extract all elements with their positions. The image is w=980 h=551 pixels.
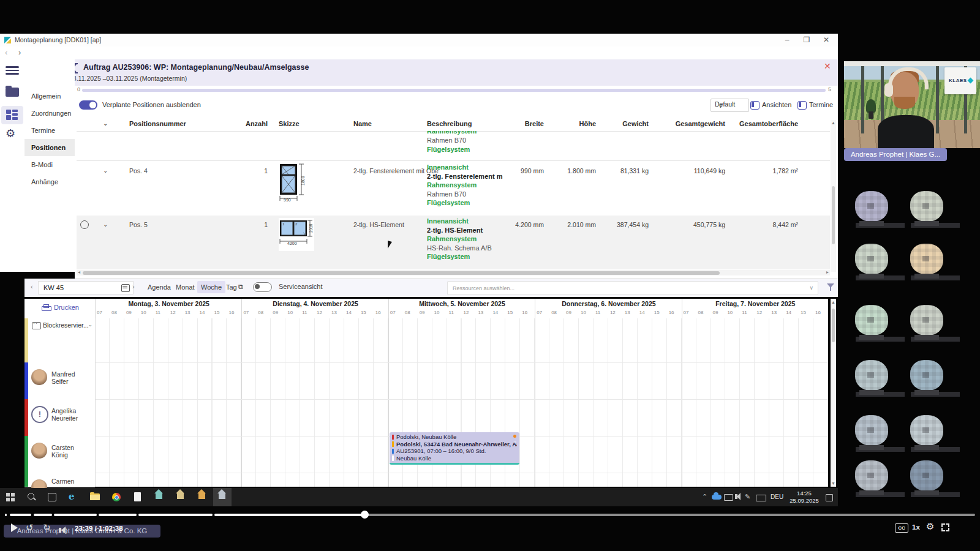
tray-expand-icon[interactable]: ⌃ — [702, 493, 707, 501]
collapse-icon[interactable]: ⌄ — [103, 120, 108, 127]
tab-woche[interactable]: Woche — [197, 281, 225, 293]
rewind-10-button[interactable]: ↺ — [26, 522, 34, 533]
day-header: Mittwoch, 5. November 202507080910111213… — [388, 299, 535, 318]
play-button[interactable] — [11, 523, 18, 532]
resource-row[interactable]: !AngelikaNeureiter — [24, 399, 95, 437]
start-button[interactable] — [1, 488, 20, 506]
resource-row[interactable]: Carmen — [24, 473, 95, 487]
sidebar-item-zuordnungen[interactable]: Zuordnungen — [24, 105, 75, 122]
col-positionsnummer[interactable]: Positionsnummer — [129, 120, 186, 127]
task-view-icon[interactable] — [43, 488, 61, 506]
sidebar-item-anhänge[interactable]: Anhänge — [24, 173, 75, 190]
col-gesamtgewicht[interactable]: Gesamtgewicht — [652, 120, 725, 127]
week-next-icon[interactable]: › — [132, 283, 135, 290]
resource-select-input[interactable]: Ressourcen auswählen... ∨ — [447, 281, 818, 295]
pen-icon[interactable]: ✎ — [745, 493, 750, 501]
hour-label: 14 — [786, 310, 791, 315]
speed-button[interactable]: 1x — [912, 523, 920, 531]
range-slider[interactable] — [82, 89, 826, 92]
event-line: AU253901, 07:00 – 16:00, 9/0 Std. — [392, 448, 517, 455]
week-prev-icon[interactable]: ‹ — [31, 283, 33, 290]
keyboard-icon[interactable] — [756, 495, 766, 501]
calendar-vertical-scrollbar[interactable]: ▲▼ — [831, 299, 836, 487]
volume-button[interactable]: ) — [59, 524, 67, 535]
notification-icon[interactable] — [826, 494, 833, 501]
filter-icon[interactable] — [826, 283, 835, 291]
table-row[interactable]: ⌄ Pos. 5 1 1 2 2010 4200 2-tlg. HS-Eleme… — [77, 216, 830, 269]
settings-gear-icon[interactable]: ⚙ — [926, 521, 934, 532]
col-skizze[interactable]: Skizze — [279, 120, 300, 127]
resource-row[interactable]: Blockreservier...⌄ — [24, 318, 95, 363]
app-icon-1[interactable] — [150, 488, 168, 506]
cc-button[interactable]: CC — [895, 523, 908, 533]
playhead[interactable] — [361, 511, 369, 519]
app-icon-active[interactable] — [213, 488, 232, 506]
edge-icon[interactable]: e — [64, 488, 83, 506]
volume-icon[interactable] — [735, 494, 737, 499]
expand-icon[interactable]: ⧉ — [238, 283, 243, 291]
col-gesamtoberflaeche[interactable]: Gesamtoberfläche — [725, 120, 798, 127]
tab-monat[interactable]: Monat — [172, 281, 198, 293]
document-app-icon[interactable] — [129, 488, 147, 506]
app-icon-3[interactable] — [193, 488, 211, 506]
folder-icon[interactable] — [6, 88, 19, 97]
restore-button[interactable]: ❐ — [802, 36, 812, 44]
print-button[interactable]: Drucken — [54, 304, 79, 311]
row-radio[interactable] — [80, 220, 89, 229]
table-row-partial[interactable]: RahmensystemRahmen B70Flügelsystem — [77, 131, 830, 160]
row-expand-icon[interactable]: ⌄ — [103, 221, 108, 228]
tab-agenda[interactable]: Agenda — [144, 281, 175, 293]
table-row[interactable]: ⌄ Pos. 4 1 1800 990 2-tlg. Fensterelemen… — [77, 160, 830, 216]
hour-label: 11 — [742, 310, 747, 315]
gear-icon[interactable]: ⚙ — [6, 127, 15, 140]
fullscreen-button[interactable] — [941, 523, 949, 531]
horizontal-scrollbar[interactable]: ◂▸ — [77, 270, 830, 276]
chrome-icon[interactable] — [107, 488, 126, 506]
calendar-event[interactable]: ⌄ Podolski, Neubau KöllePodolski, 53474 … — [390, 432, 519, 465]
range-end-label: 5 — [828, 86, 831, 92]
speaker-beard — [894, 97, 915, 109]
sidebar-item-b-modi[interactable]: B-Modi — [24, 156, 75, 173]
order-close-icon[interactable]: ✕ — [824, 61, 831, 71]
clock[interactable]: 14:25 25.09.2025 — [786, 490, 823, 504]
menu-icon[interactable] — [6, 66, 19, 68]
display-icon[interactable] — [724, 494, 733, 501]
description-line: 2-tlg. HS-Element — [427, 226, 492, 235]
search-icon[interactable] — [22, 488, 40, 506]
resource-row[interactable]: CarstenKönig — [24, 436, 95, 473]
sidebar-item-allgemein[interactable]: Allgemein — [24, 88, 75, 105]
row-expand-icon[interactable]: ⌄ — [103, 167, 108, 174]
close-button[interactable]: ✕ — [821, 36, 831, 44]
chevron-down-icon[interactable]: ∨ — [809, 282, 813, 294]
termine-button[interactable]: Termine — [809, 101, 833, 108]
resource-row[interactable]: ManfredSeifer — [24, 362, 95, 400]
hour-label: 13 — [185, 310, 190, 315]
language-indicator[interactable]: DEU — [771, 493, 783, 500]
sidebar-item-termine[interactable]: Termine — [24, 122, 75, 139]
nav-forward-icon[interactable]: › — [18, 48, 21, 58]
calendar-icon[interactable] — [121, 284, 130, 292]
minimize-button[interactable]: – — [782, 36, 792, 44]
svg-text:1800: 1800 — [301, 176, 305, 186]
video-time: 23:39 / 1:02:38 — [75, 525, 123, 532]
week-input[interactable]: KW 45 — [38, 281, 134, 294]
forward-10-button[interactable]: ↻ — [43, 522, 51, 533]
onedrive-icon[interactable] — [712, 495, 722, 500]
app-icon-2[interactable] — [172, 488, 190, 506]
hide-planned-toggle[interactable] — [79, 100, 97, 110]
sidebar-item-positionen[interactable]: Positionen — [24, 139, 75, 156]
nav-back-icon[interactable]: ‹ — [5, 48, 7, 58]
file-explorer-icon[interactable] — [86, 488, 104, 506]
col-beschreibung[interactable]: Beschreibung — [427, 120, 472, 127]
ansichten-button[interactable]: Ansichten — [762, 101, 791, 108]
col-gewicht[interactable]: Gewicht — [575, 120, 649, 127]
hide-planned-label: Verplante Positionen ausblenden — [102, 101, 201, 108]
col-name[interactable]: Name — [353, 120, 372, 127]
col-anzahl[interactable]: Anzahl — [224, 120, 268, 127]
serviceansicht-toggle[interactable] — [253, 282, 272, 292]
resource-placeholder: Ressourcen auswählen... — [453, 285, 514, 291]
chevron-down-icon[interactable]: ⌄ — [88, 321, 92, 328]
vertical-scrollbar[interactable]: ▲ — [831, 120, 836, 272]
order-title: Auftrag AU253906: WP: Montageplanung/Neu… — [83, 63, 309, 72]
hour-label: 13 — [771, 310, 777, 315]
